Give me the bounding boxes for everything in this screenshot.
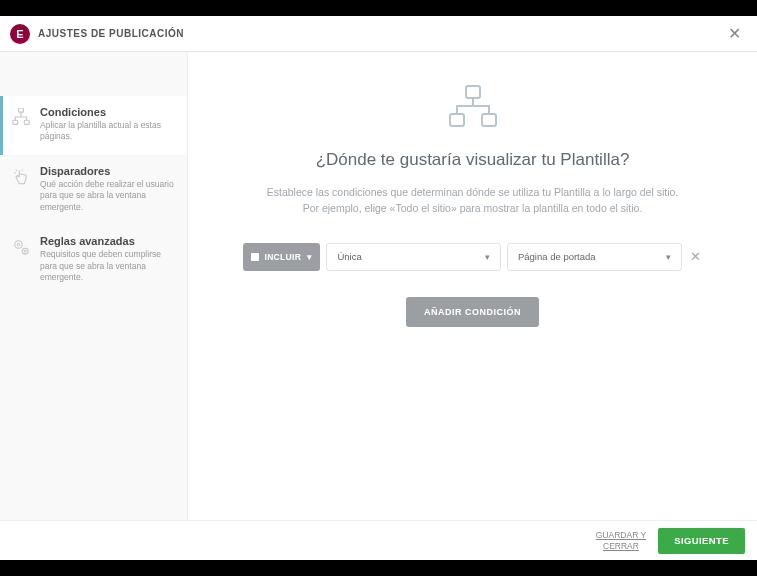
window-title: AJUSTES DE PUBLICACIÓN: [38, 28, 184, 39]
svg-rect-7: [466, 86, 480, 98]
svg-point-3: [15, 241, 23, 249]
condition-row: INCLUIR ▾ Única ▾ Página de portada ▾ ✕: [243, 243, 703, 271]
sitemap-icon: [10, 106, 32, 126]
chevron-down-icon: ▾: [485, 252, 490, 262]
sidebar: Condiciones Aplicar la plantilla actual …: [0, 52, 188, 520]
remove-condition-icon[interactable]: ✕: [688, 249, 703, 264]
sidebar-item-conditions[interactable]: Condiciones Aplicar la plantilla actual …: [0, 96, 187, 155]
condition-type-select[interactable]: Única ▾: [326, 243, 501, 271]
save-close-line1: GUARDAR Y: [596, 530, 646, 540]
next-button[interactable]: SIGUIENTE: [658, 528, 745, 554]
close-icon[interactable]: ✕: [722, 20, 747, 47]
svg-point-6: [24, 251, 26, 253]
sidebar-item-title: Disparadores: [40, 165, 175, 177]
svg-rect-1: [13, 120, 18, 124]
save-and-close-link[interactable]: GUARDAR Y CERRAR: [596, 530, 646, 550]
sidebar-item-desc: Qué acción debe realizar el usuario para…: [40, 179, 175, 213]
chevron-down-icon: ▾: [666, 252, 671, 262]
svg-rect-9: [482, 114, 496, 126]
sidebar-item-desc: Requisitos que deben cumplirse para que …: [40, 249, 175, 283]
include-mode-toggle[interactable]: INCLUIR ▾: [243, 243, 321, 271]
sitemap-large-icon: [446, 84, 500, 130]
main-sub-line2: Por ejemplo, elige «Todo el sitio» para …: [303, 202, 643, 214]
sidebar-item-title: Condiciones: [40, 106, 175, 118]
chevron-down-icon: ▾: [307, 252, 312, 262]
include-indicator-icon: [251, 253, 259, 261]
titlebar: E AJUSTES DE PUBLICACIÓN ✕: [0, 16, 757, 52]
svg-point-5: [22, 249, 28, 255]
svg-rect-2: [24, 120, 29, 124]
main-subtext: Establece las condiciones que determinan…: [267, 184, 679, 217]
condition-target-select[interactable]: Página de portada ▾: [507, 243, 682, 271]
svg-rect-8: [450, 114, 464, 126]
add-condition-button[interactable]: AÑADIR CONDICIÓN: [406, 297, 539, 327]
sidebar-item-desc: Aplicar la plantilla actual a estas pági…: [40, 120, 175, 143]
include-label: INCLUIR: [265, 252, 302, 262]
gears-icon: [10, 235, 32, 257]
save-close-line2: CERRAR: [603, 541, 639, 551]
select-value: Única: [337, 251, 361, 262]
main-sub-line1: Establece las condiciones que determinan…: [267, 186, 679, 198]
main-heading: ¿Dónde te gustaría visualizar tu Plantil…: [316, 150, 630, 170]
select-value: Página de portada: [518, 251, 596, 262]
footer: GUARDAR Y CERRAR SIGUIENTE: [0, 520, 757, 560]
body: Condiciones Aplicar la plantilla actual …: [0, 52, 757, 520]
svg-point-4: [17, 244, 20, 247]
sidebar-item-triggers[interactable]: Disparadores Qué acción debe realizar el…: [0, 155, 187, 225]
sidebar-item-advanced-rules[interactable]: Reglas avanzadas Requisitos que deben cu…: [0, 225, 187, 295]
svg-rect-0: [19, 108, 24, 112]
sidebar-item-title: Reglas avanzadas: [40, 235, 175, 247]
publish-settings-window: E AJUSTES DE PUBLICACIÓN ✕ Condiciones A…: [0, 16, 757, 560]
elementor-logo-icon: E: [10, 24, 30, 44]
hand-click-icon: [10, 165, 32, 187]
main-panel: ¿Dónde te gustaría visualizar tu Plantil…: [188, 52, 757, 520]
